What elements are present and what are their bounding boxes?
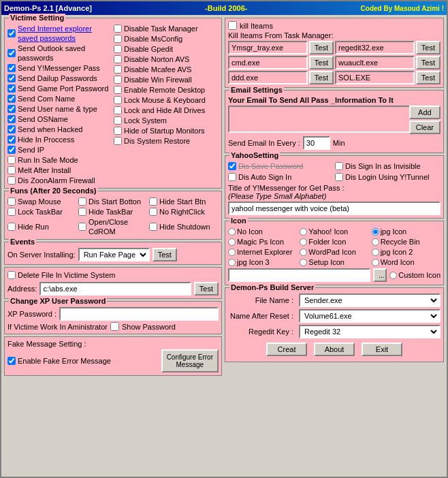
- cb-lock-taskbar-input[interactable]: [7, 208, 16, 216]
- cb-dis-login-ytunnel-label: Dis Login Using Y!Tunnel: [345, 172, 430, 182]
- kill-test-6[interactable]: Test: [416, 71, 441, 84]
- cb-open-cdrom-input[interactable]: [78, 223, 86, 231]
- icon-grid: No Icon Yahoo! Icon jpg Icon Magic Ps Ic…: [228, 227, 441, 267]
- radio-jpg-icon2-input[interactable]: [372, 249, 379, 256]
- cb-dis-auto-sign-in-input[interactable]: [228, 173, 236, 181]
- radio-yahoo-icon-input[interactable]: [300, 228, 307, 236]
- creat-button[interactable]: Creat: [266, 342, 307, 356]
- cb-ie-passwords-input[interactable]: [7, 29, 16, 37]
- cb-lock-hide-drives-input[interactable]: [114, 106, 122, 114]
- cb-hide-shutdown-input[interactable]: [149, 223, 157, 231]
- radio-setup-icon-input[interactable]: [300, 259, 307, 266]
- cb-dis-sys-restore-input[interactable]: [114, 137, 122, 145]
- kill-input-3[interactable]: [228, 56, 308, 69]
- configure-error-button[interactable]: Configure Error Message: [161, 349, 219, 372]
- cb-lock-mouse: Lock Mouse & Keyboard: [114, 95, 219, 105]
- cb-zonealarm-input[interactable]: [7, 176, 16, 185]
- cb-com-name-input[interactable]: [7, 95, 16, 103]
- cb-enable-fake-input[interactable]: [7, 357, 16, 365]
- kill-input-2[interactable]: [335, 41, 415, 54]
- radio-custom-icon-input[interactable]: [389, 272, 397, 279]
- kill-input-4[interactable]: [335, 56, 415, 69]
- cb-hide-startup-input[interactable]: [114, 127, 122, 135]
- cb-dis-sign-in-invisible: Dis Sign In as Invisible: [335, 161, 441, 171]
- radio-magic-ps-input[interactable]: [228, 238, 236, 246]
- kill-test-2[interactable]: Test: [416, 41, 441, 54]
- email-add-button[interactable]: Add: [409, 106, 441, 119]
- cb-lock-mouse-input[interactable]: [114, 96, 122, 104]
- cb-outlook-label: Send Outlook saved passwords: [18, 44, 113, 63]
- name-after-reset-select[interactable]: Volume61.exe: [299, 309, 441, 323]
- yahoo-title-input[interactable]: [228, 202, 441, 215]
- radio-jpg-icon3-input[interactable]: [228, 259, 236, 266]
- server-installing-dropdown[interactable]: Run Fake Page: [78, 248, 150, 261]
- cb-disable-taskmgr-input[interactable]: [114, 25, 122, 33]
- cb-hide-run-input[interactable]: [7, 223, 16, 231]
- cb-user-name-input[interactable]: [7, 105, 16, 113]
- cb-hide-start-btn-input[interactable]: [149, 197, 157, 206]
- cb-hide-shutdown-label: Hide Shutdown: [159, 222, 210, 232]
- cb-hide-process-label: Hide In Proccess: [18, 135, 74, 144]
- cb-delete-file-input[interactable]: [7, 271, 16, 279]
- browse-icon-button[interactable]: ...: [373, 268, 387, 282]
- cb-dis-start-input[interactable]: [78, 197, 86, 206]
- custom-icon-input[interactable]: [228, 268, 370, 282]
- cb-safe-mode-input[interactable]: [7, 156, 16, 164]
- cb-hide-process-input[interactable]: [7, 136, 16, 144]
- show-pass-checkbox[interactable]: [110, 322, 119, 331]
- funs-group: Funs (After 20 Seconds) Swap Mouse Dis S…: [4, 191, 222, 240]
- cb-melt-label: Melt After Install: [18, 165, 71, 175]
- kill-test-5[interactable]: Test: [309, 71, 334, 84]
- cb-melt-input[interactable]: [7, 166, 16, 174]
- file-name-select[interactable]: Sender.exe: [299, 293, 441, 307]
- cb-lock-system-input[interactable]: [114, 116, 122, 125]
- cb-disable-gpedit-input[interactable]: [114, 45, 122, 53]
- cb-hide-taskbar-label: Hide TaskBar: [89, 207, 133, 217]
- regedit-key-select[interactable]: Regedit 32: [299, 325, 441, 338]
- cb-dis-save-pass-input[interactable]: [228, 162, 236, 170]
- cb-hide-taskbar-input[interactable]: [78, 208, 86, 216]
- address-input[interactable]: [39, 282, 191, 296]
- cb-dis-sign-in-invisible-input[interactable]: [335, 162, 343, 170]
- cb-disable-mcafee-input[interactable]: [114, 65, 122, 74]
- radio-word-icon-label: Word Icon: [381, 257, 415, 267]
- cb-dis-login-ytunnel-input[interactable]: [335, 173, 343, 181]
- cb-game-port-input[interactable]: [7, 84, 16, 93]
- cb-disable-msconfig-input[interactable]: [114, 35, 122, 43]
- exit-button[interactable]: Exit: [362, 342, 402, 356]
- events-test-button[interactable]: Test: [153, 248, 177, 261]
- radio-word-icon-input[interactable]: [372, 259, 379, 266]
- delete-test-button[interactable]: Test: [194, 282, 219, 296]
- kill-input-5[interactable]: [228, 71, 308, 84]
- cb-ymsg-input[interactable]: [7, 64, 16, 72]
- kill-input-1[interactable]: [228, 41, 308, 54]
- xp-pass-input[interactable]: [59, 307, 219, 321]
- kill-test-1[interactable]: Test: [309, 41, 334, 54]
- cb-disable-norton-input[interactable]: [114, 55, 122, 63]
- radio-ie-icon-input[interactable]: [228, 249, 236, 256]
- radio-folder-icon-input[interactable]: [300, 238, 307, 246]
- kill-input-6[interactable]: [335, 71, 415, 84]
- send-every-input[interactable]: [303, 136, 330, 150]
- radio-wordpad-icon-input[interactable]: [300, 249, 307, 256]
- email-clear-button[interactable]: Clear: [409, 121, 441, 134]
- cb-disable-winfirewall-input[interactable]: [114, 76, 122, 84]
- radio-recycle-bin-input[interactable]: [372, 238, 379, 246]
- kill-test-3[interactable]: Test: [309, 56, 334, 69]
- name-after-reset-row: Name After Reset : Volume61.exe: [228, 309, 441, 323]
- cb-dailup-input[interactable]: [7, 74, 16, 82]
- cb-no-rightclick-input[interactable]: [149, 208, 157, 216]
- cb-enable-remote-label: Enable Remote Desktop: [124, 85, 205, 95]
- cb-outlook-input[interactable]: [7, 49, 16, 57]
- cb-enable-remote-input[interactable]: [114, 86, 122, 94]
- radio-jpg-icon-input[interactable]: [372, 228, 379, 236]
- cb-hacked-input[interactable]: [7, 125, 16, 133]
- events-group: Events On Server Installing: Run Fake Pa…: [4, 242, 222, 265]
- radio-no-icon-input[interactable]: [228, 228, 236, 236]
- kill-test-4[interactable]: Test: [416, 56, 441, 69]
- cb-swap-mouse-input[interactable]: [7, 197, 16, 206]
- kill-items-checkbox[interactable]: [228, 21, 237, 30]
- cb-send-ip-input[interactable]: [7, 146, 16, 154]
- cb-osname-input[interactable]: [7, 115, 16, 123]
- about-button[interactable]: About: [314, 342, 355, 356]
